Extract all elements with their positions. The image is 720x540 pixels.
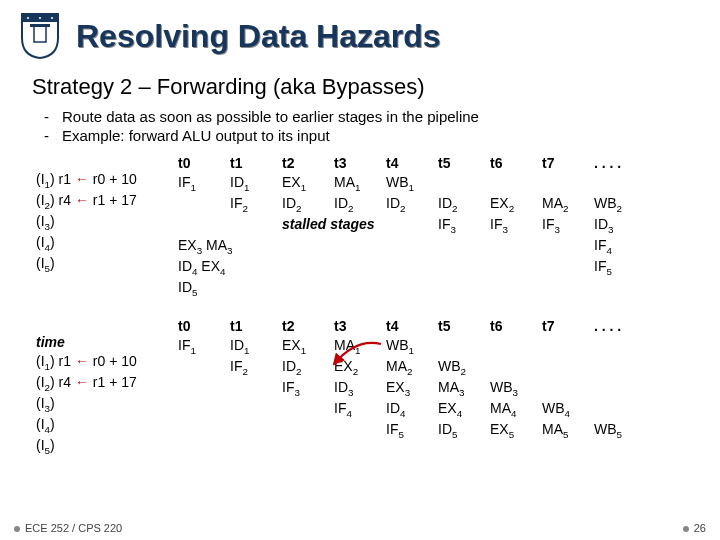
pipeline-cell — [178, 378, 230, 399]
time-column-header: t5 — [438, 154, 490, 173]
pipeline-table-forward: time (I1) r1 ← r0 + 10 (I2) r4 ← r1 + 17… — [36, 317, 702, 457]
pipeline-cell: ID4 — [386, 399, 438, 420]
bullet-item: -Example: forward ALU output to its inpu… — [44, 127, 688, 144]
pipeline-cell: EX4 — [438, 399, 490, 420]
pipeline-cell: IF2 — [230, 194, 282, 215]
pipeline-cell: IF4 — [334, 399, 386, 420]
pipeline-cell — [542, 236, 594, 257]
pipeline-cell — [178, 215, 230, 236]
slide-footer: ECE 252 / CPS 220 26 — [14, 522, 706, 534]
instruction-column: (I1) r1 ← r0 + 10 (I2) r4 ← r1 + 17 (I3)… — [36, 154, 164, 275]
pipeline-grid: t0t1t2t3t4t5t6t7. . . .IF1ID1EX1MA1WB1IF… — [178, 317, 646, 441]
time-column-header: t3 — [334, 154, 386, 173]
pipeline-cell: IF3 — [438, 215, 490, 236]
pipeline-cell: IF1 — [178, 173, 230, 194]
pipeline-cell: MA2 — [542, 194, 594, 215]
pipeline-cell: ID5 — [178, 278, 230, 299]
pipeline-cell — [438, 236, 490, 257]
bullet-item: -Route data as soon as possible to earli… — [44, 108, 688, 125]
pipeline-cell — [438, 336, 490, 357]
pipeline-cell: MA4 — [490, 399, 542, 420]
instruction-column: time (I1) r1 ← r0 + 10 (I2) r4 ← r1 + 17… — [36, 317, 164, 457]
pipeline-cell — [542, 357, 594, 378]
pipeline-cell: WB2 — [438, 357, 490, 378]
pipeline-cell: MA1 — [334, 173, 386, 194]
shield-logo-icon — [20, 12, 60, 60]
pipeline-cell — [230, 257, 282, 278]
pipeline-cell — [178, 357, 230, 378]
pipeline-cell — [230, 378, 282, 399]
pipeline-cell: WB3 — [490, 378, 542, 399]
pipeline-cell — [178, 194, 230, 215]
pipeline-cell: WB5 — [594, 420, 646, 441]
pipeline-cell — [282, 399, 334, 420]
time-column-header: t4 — [386, 317, 438, 336]
pipeline-cell: WB1 — [386, 173, 438, 194]
svg-rect-0 — [34, 26, 46, 42]
pipeline-cell — [282, 257, 334, 278]
time-column-header: t2 — [282, 317, 334, 336]
pipeline-cell — [230, 420, 282, 441]
pipeline-cell: IF1 — [178, 336, 230, 357]
pipeline-cell: MA3 — [438, 378, 490, 399]
footer-left: ECE 252 / CPS 220 — [25, 522, 122, 534]
pipeline-cell: WB1 — [386, 336, 438, 357]
svg-point-2 — [27, 17, 29, 19]
pipeline-cell — [490, 357, 542, 378]
slide-header: Resolving Data Hazards — [0, 0, 720, 66]
pipeline-cell: EX3 MA3 — [178, 236, 230, 257]
time-column-header: t7 — [542, 154, 594, 173]
page-number: 26 — [694, 522, 706, 534]
pipeline-cell: WB4 — [542, 399, 594, 420]
pipeline-cell — [490, 257, 542, 278]
footer-bullet-icon — [683, 526, 689, 532]
pipeline-cell — [386, 236, 438, 257]
pipeline-cell: EX1 — [282, 173, 334, 194]
pipeline-cell: IF5 — [594, 257, 646, 278]
pipeline-cell — [542, 378, 594, 399]
pipeline-cell: ID2 — [386, 194, 438, 215]
time-column-header: t4 — [386, 154, 438, 173]
pipeline-cell — [490, 336, 542, 357]
pipeline-cell — [334, 420, 386, 441]
time-column-header: t3 — [334, 317, 386, 336]
pipeline-cell — [230, 236, 282, 257]
time-column-header: t5 — [438, 317, 490, 336]
pipeline-cell — [490, 236, 542, 257]
pipeline-tables: (I1) r1 ← r0 + 10 (I2) r4 ← r1 + 17 (I3)… — [0, 154, 720, 457]
pipeline-cell: EX2 — [490, 194, 542, 215]
pipeline-cell — [230, 215, 282, 236]
pipeline-cell — [334, 257, 386, 278]
pipeline-cell: ID2 — [282, 194, 334, 215]
pipeline-cell — [594, 378, 646, 399]
pipeline-cell: WB2 — [594, 194, 646, 215]
pipeline-cell: EX5 — [490, 420, 542, 441]
pipeline-cell — [594, 173, 646, 194]
pipeline-cell — [542, 173, 594, 194]
slide-title: Resolving Data Hazards — [76, 18, 441, 55]
pipeline-cell: EX3 — [386, 378, 438, 399]
stalled-label: stalled stages — [282, 215, 438, 236]
time-column-header: t1 — [230, 154, 282, 173]
pipeline-cell — [594, 399, 646, 420]
pipeline-cell: ID4 EX4 — [178, 257, 230, 278]
time-column-header: t0 — [178, 154, 230, 173]
pipeline-cell: IF3 — [542, 215, 594, 236]
svg-point-3 — [39, 17, 41, 19]
svg-point-4 — [51, 17, 53, 19]
pipeline-cell: ID2 — [282, 357, 334, 378]
pipeline-cell — [178, 399, 230, 420]
pipeline-cell — [230, 399, 282, 420]
time-column-header: . . . . — [594, 317, 646, 336]
svg-rect-1 — [30, 24, 50, 27]
pipeline-cell — [282, 236, 334, 257]
pipeline-cell — [542, 336, 594, 357]
time-column-header: t0 — [178, 317, 230, 336]
pipeline-cell: ID5 — [438, 420, 490, 441]
pipeline-cell: IF3 — [490, 215, 542, 236]
pipeline-cell: IF5 — [386, 420, 438, 441]
pipeline-cell: IF4 — [594, 236, 646, 257]
pipeline-cell — [282, 420, 334, 441]
pipeline-cell: ID1 — [230, 336, 282, 357]
time-column-header: . . . . — [594, 154, 646, 173]
